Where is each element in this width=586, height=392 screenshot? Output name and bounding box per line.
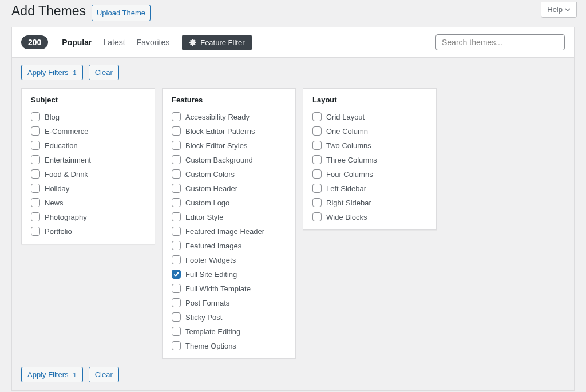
checkbox[interactable]: [172, 198, 181, 207]
checkbox[interactable]: [172, 270, 181, 279]
chevron-down-icon: [565, 7, 571, 13]
checkbox[interactable]: [172, 155, 181, 164]
search-input[interactable]: [435, 34, 565, 50]
filter-option[interactable]: Sticky Post: [172, 312, 286, 322]
checkbox[interactable]: [172, 241, 181, 250]
apply-filters-button-bottom[interactable]: Apply Filters 1: [21, 367, 83, 382]
checkbox[interactable]: [172, 312, 181, 322]
filter-option-label: Right Sidebar: [326, 199, 371, 207]
filter-option[interactable]: Full Width Template: [172, 284, 286, 293]
filter-option[interactable]: Full Site Editing: [172, 270, 286, 279]
filter-option-label: Footer Widgets: [185, 256, 236, 264]
group-title-layout: Layout: [312, 96, 427, 104]
filter-bar: 200 Popular Latest Favorites Feature Fil…: [12, 27, 574, 58]
filter-option[interactable]: News: [31, 198, 145, 207]
upload-theme-button[interactable]: Upload Theme: [92, 5, 151, 22]
filter-option-label: Portfolio: [45, 227, 72, 236]
filter-option-label: Post Formats: [185, 299, 229, 307]
filter-option[interactable]: Custom Colors: [172, 169, 286, 179]
filter-option[interactable]: Photography: [31, 212, 145, 221]
checkbox[interactable]: [172, 141, 181, 150]
filter-option-label: News: [45, 199, 64, 207]
feature-filter-label: Feature Filter: [200, 38, 244, 47]
checkbox[interactable]: [31, 184, 40, 193]
filter-option[interactable]: Template Editing: [172, 327, 286, 336]
checkbox[interactable]: [172, 126, 181, 136]
checkbox[interactable]: [312, 112, 322, 121]
apply-filters-button-top[interactable]: Apply Filters 1: [21, 65, 83, 80]
checkbox[interactable]: [31, 227, 40, 236]
filter-option[interactable]: Custom Logo: [172, 198, 286, 207]
filter-group-subject: Subject BlogE-CommerceEducationEntertain…: [21, 88, 155, 244]
filter-option-label: Template Editing: [185, 327, 240, 336]
tab-popular[interactable]: Popular: [56, 35, 97, 49]
checkbox[interactable]: [172, 298, 181, 307]
filter-option-label: Custom Colors: [185, 170, 235, 179]
filter-option[interactable]: Block Editor Styles: [172, 141, 286, 150]
checkbox[interactable]: [172, 327, 181, 336]
checkbox[interactable]: [312, 212, 322, 221]
filter-option[interactable]: Grid Layout: [312, 112, 427, 121]
checkbox[interactable]: [312, 184, 322, 193]
filter-option[interactable]: Entertainment: [31, 155, 145, 164]
checkbox[interactable]: [312, 126, 322, 136]
filter-option[interactable]: Post Formats: [172, 298, 286, 307]
clear-button-top[interactable]: Clear: [89, 65, 119, 80]
filter-option[interactable]: Footer Widgets: [172, 255, 286, 264]
filter-option-label: Block Editor Patterns: [185, 127, 255, 136]
clear-button-bottom[interactable]: Clear: [89, 367, 119, 382]
filter-option-label: Two Columns: [326, 141, 371, 150]
filter-option[interactable]: Editor Style: [172, 212, 286, 221]
checkbox[interactable]: [31, 169, 40, 179]
filter-option[interactable]: Food & Drink: [31, 169, 145, 179]
checkbox[interactable]: [312, 198, 322, 207]
filter-option[interactable]: Wide Blocks: [312, 212, 427, 221]
checkbox[interactable]: [172, 255, 181, 264]
filter-option[interactable]: Featured Image Header: [172, 227, 286, 236]
checkbox[interactable]: [31, 126, 40, 136]
checkbox[interactable]: [312, 141, 322, 150]
checkbox[interactable]: [172, 227, 181, 236]
checkbox[interactable]: [31, 212, 40, 221]
filter-option[interactable]: Two Columns: [312, 141, 427, 150]
filter-option[interactable]: Custom Header: [172, 184, 286, 193]
checkbox[interactable]: [172, 212, 181, 221]
checkbox[interactable]: [31, 141, 40, 150]
filter-option[interactable]: E-Commerce: [31, 126, 145, 136]
checkbox[interactable]: [172, 284, 181, 293]
filter-option[interactable]: Three Columns: [312, 155, 427, 164]
help-tab[interactable]: Help: [541, 2, 577, 18]
checkbox[interactable]: [172, 341, 181, 350]
filter-option-label: Photography: [45, 213, 87, 221]
apply-label: Apply Filters: [27, 370, 69, 379]
filter-option-label: Custom Header: [185, 184, 237, 193]
filter-option[interactable]: Education: [31, 141, 145, 150]
filter-option[interactable]: Theme Options: [172, 341, 286, 350]
checkbox[interactable]: [172, 169, 181, 179]
filter-option[interactable]: Four Columns: [312, 169, 427, 179]
checkbox[interactable]: [312, 169, 322, 179]
checkbox[interactable]: [31, 198, 40, 207]
tab-favorites[interactable]: Favorites: [131, 35, 176, 49]
checkbox[interactable]: [172, 112, 181, 121]
filter-option[interactable]: Blog: [31, 112, 145, 121]
filter-option[interactable]: Left Sidebar: [312, 184, 427, 193]
filter-option[interactable]: Portfolio: [31, 227, 145, 236]
feature-filter-button[interactable]: Feature Filter: [182, 35, 251, 50]
group-title-features: Features: [172, 96, 286, 104]
filter-option[interactable]: Block Editor Patterns: [172, 126, 286, 136]
filter-option[interactable]: Custom Background: [172, 155, 286, 164]
filter-option[interactable]: Accessibility Ready: [172, 112, 286, 121]
checkbox[interactable]: [172, 184, 181, 193]
filter-option-label: Blog: [45, 113, 60, 121]
filter-option[interactable]: One Column: [312, 126, 427, 136]
filter-option[interactable]: Featured Images: [172, 241, 286, 250]
filter-option[interactable]: Right Sidebar: [312, 198, 427, 207]
checkbox[interactable]: [312, 155, 322, 164]
checkbox[interactable]: [31, 155, 40, 164]
filter-option[interactable]: Holiday: [31, 184, 145, 193]
filter-option-label: Theme Options: [185, 342, 236, 350]
checkbox[interactable]: [31, 112, 40, 121]
filter-option-label: Holiday: [45, 184, 69, 193]
tab-latest[interactable]: Latest: [97, 35, 130, 49]
